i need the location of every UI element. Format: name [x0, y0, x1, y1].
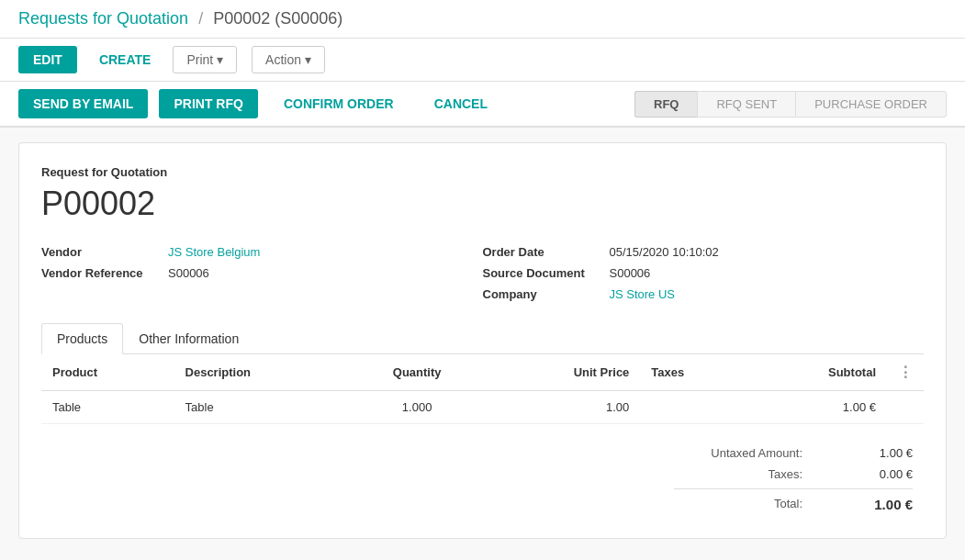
cell-settings [887, 391, 924, 424]
action-button[interactable]: Action ▾ [252, 46, 325, 73]
untaxed-amount-row: Untaxed Amount: 1.00 € [674, 442, 913, 464]
col-settings: ⋮ [887, 354, 924, 391]
form-left: Vendor JS Store Belgium Vendor Reference… [41, 245, 483, 301]
cell-quantity: 1.000 [347, 391, 487, 424]
action-bar: EDIT CREATE Print ▾ Action ▾ [0, 39, 965, 82]
vendor-value[interactable]: JS Store Belgium [168, 245, 260, 259]
products-table: Product Description Quantity Unit Price … [41, 354, 924, 424]
tabs: Products Other Information [41, 323, 924, 354]
breadcrumb: Requests for Quotation / P00002 (S00006) [18, 9, 342, 28]
taxes-value: 0.00 € [839, 467, 913, 481]
cell-product: Table [41, 391, 174, 424]
order-date-label: Order Date [483, 245, 602, 259]
send-email-button[interactable]: SEND BY EMAIL [18, 89, 148, 118]
company-row: Company JS Store US [483, 287, 925, 301]
print-button[interactable]: Print ▾ [173, 46, 237, 73]
order-date-row: Order Date 05/15/2020 10:10:02 [483, 245, 925, 259]
cell-subtotal: 1.00 € [749, 391, 887, 424]
confirm-order-button[interactable]: CONFIRM ORDER [269, 89, 409, 118]
vendor-label: Vendor [41, 245, 161, 259]
toolbar: SEND BY EMAIL PRINT RFQ CONFIRM ORDER CA… [0, 82, 965, 128]
status-rfq: RFQ [634, 91, 697, 118]
edit-button[interactable]: EDIT [18, 46, 77, 73]
rfq-label: Request for Quotation [41, 165, 924, 179]
totals-section: Untaxed Amount: 1.00 € Taxes: 0.00 € Tot… [41, 442, 924, 516]
chevron-down-icon: ▾ [305, 52, 311, 67]
status-rfq-sent: RFQ SENT [697, 91, 795, 118]
tab-other-information[interactable]: Other Information [123, 323, 254, 354]
total-value: 1.00 € [839, 497, 913, 512]
breadcrumb-parent[interactable]: Requests for Quotation [18, 9, 188, 28]
company-label: Company [483, 287, 602, 301]
source-doc-label: Source Document [483, 266, 602, 280]
chevron-down-icon: ▾ [217, 52, 223, 67]
cell-description: Table [174, 391, 348, 424]
cell-unit-price: 1.00 [487, 391, 640, 424]
taxes-label: Taxes: [674, 467, 802, 481]
cancel-button[interactable]: CANCEL [420, 89, 502, 118]
table-settings-icon[interactable]: ⋮ [898, 364, 913, 380]
breadcrumb-separator: / [198, 9, 203, 28]
order-date-value: 05/15/2020 10:10:02 [610, 245, 719, 259]
col-subtotal: Subtotal [749, 354, 887, 391]
source-doc-value: S00006 [610, 266, 651, 280]
status-purchase-order: PURCHASE ORDER [795, 91, 947, 118]
col-description: Description [174, 354, 348, 391]
vendor-ref-value: S00006 [168, 266, 209, 280]
col-unit-price: Unit Price [487, 354, 640, 391]
col-product: Product [41, 354, 174, 391]
top-bar: Requests for Quotation / P00002 (S00006) [0, 0, 965, 39]
form-grid: Vendor JS Store Belgium Vendor Reference… [41, 245, 924, 301]
print-rfq-button[interactable]: PRINT RFQ [159, 89, 257, 118]
total-label: Total: [674, 497, 802, 512]
source-doc-row: Source Document S00006 [483, 266, 925, 280]
rfq-number: P00002 [41, 185, 924, 223]
col-taxes: Taxes [640, 354, 748, 391]
taxes-row: Taxes: 0.00 € [674, 464, 913, 485]
vendor-ref-row: Vendor Reference S00006 [41, 266, 483, 280]
col-quantity: Quantity [347, 354, 487, 391]
main-content: Request for Quotation P00002 Vendor JS S… [18, 142, 947, 539]
untaxed-value: 1.00 € [839, 446, 913, 460]
cell-taxes [640, 391, 748, 424]
breadcrumb-current: P00002 (S00006) [213, 9, 342, 28]
grand-total-row: Total: 1.00 € [674, 488, 913, 516]
vendor-ref-label: Vendor Reference [41, 266, 161, 280]
table-header-row: Product Description Quantity Unit Price … [41, 354, 924, 391]
untaxed-label: Untaxed Amount: [674, 446, 802, 460]
company-value[interactable]: JS Store US [610, 287, 676, 301]
tab-products[interactable]: Products [41, 323, 123, 354]
form-right: Order Date 05/15/2020 10:10:02 Source Do… [483, 245, 925, 301]
table-row: Table Table 1.000 1.00 1.00 € [41, 391, 924, 424]
top-right-buttons: Print ▾ Action ▾ [173, 46, 325, 73]
create-button[interactable]: CREATE [84, 46, 166, 73]
status-bar: RFQ RFQ SENT PURCHASE ORDER [634, 91, 947, 118]
vendor-row: Vendor JS Store Belgium [41, 245, 483, 259]
